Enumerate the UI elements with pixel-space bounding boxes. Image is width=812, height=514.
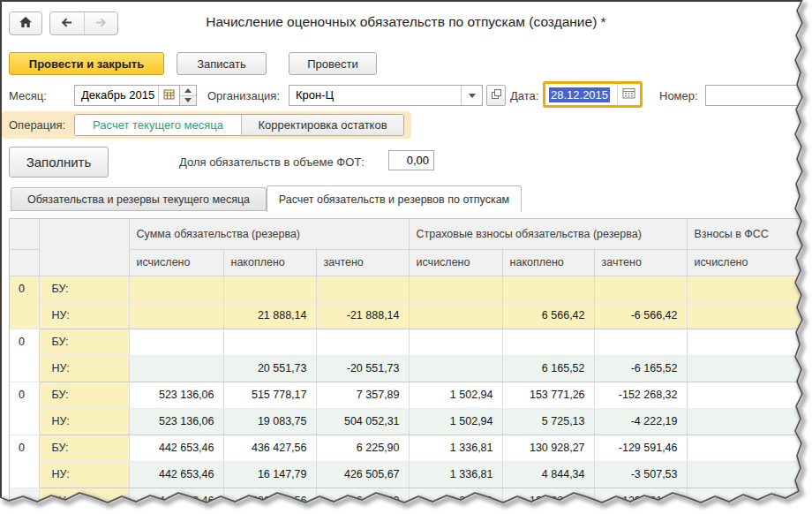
amount-cell[interactable]: 4 844,34 (502, 461, 594, 488)
row-key-cell[interactable]: 0 (10, 276, 39, 329)
share-of-fot-input[interactable]: 0,00 (388, 150, 434, 170)
column-subheader[interactable]: зачтено (316, 249, 409, 276)
amount-cell[interactable]: 436 427,56 (223, 488, 316, 514)
amount-cell[interactable] (687, 435, 812, 461)
amount-cell[interactable]: 1 502,94 (409, 408, 502, 435)
tab-current-month-liabilities[interactable]: Обязательства и резервы текущего месяца (11, 187, 267, 211)
amount-cell[interactable] (316, 276, 409, 302)
amount-cell[interactable] (687, 382, 812, 408)
column-subheader[interactable]: накоплено (223, 249, 316, 276)
amount-cell[interactable]: 1 336,81 (409, 435, 502, 461)
amount-cell[interactable]: 7 357,89 (316, 382, 409, 408)
amount-cell[interactable]: 523 136,06 (129, 382, 223, 408)
account-type-cell[interactable]: НУ: (39, 355, 129, 382)
account-type-cell[interactable]: БУ: (39, 382, 129, 408)
row-key-cell[interactable]: 0 (10, 435, 39, 488)
amount-cell[interactable] (409, 276, 502, 302)
amount-cell[interactable]: 21 888,14 (223, 302, 316, 329)
organization-dropdown-button[interactable] (461, 86, 482, 105)
amount-cell[interactable]: -3 507,53 (594, 461, 687, 488)
account-type-cell[interactable]: НУ: (39, 302, 129, 329)
month-spinner[interactable] (179, 86, 196, 105)
account-type-column-header[interactable] (39, 219, 129, 276)
column-subheader[interactable]: накоплено (502, 249, 594, 276)
organization-value[interactable]: Крон-Ц (289, 86, 461, 105)
amount-cell[interactable]: -152 268,32 (594, 382, 687, 408)
amount-cell[interactable] (594, 276, 687, 302)
amount-cell[interactable] (409, 329, 502, 355)
column-subheader[interactable]: исчислено (129, 249, 223, 276)
amount-cell[interactable]: 426 505,67 (316, 461, 409, 488)
amount-cell[interactable]: -129 591,46 (594, 488, 687, 514)
amount-cell[interactable] (687, 461, 812, 488)
column-group-header[interactable]: Взносы в ФСС (687, 219, 812, 249)
column-group-header[interactable]: Сумма обязательства (резерва) (129, 219, 409, 249)
amount-cell[interactable] (129, 329, 223, 355)
amount-cell[interactable]: 19 083,75 (223, 408, 316, 435)
date-picker-button[interactable] (617, 84, 640, 105)
table-row[interactable]: НУ:21 888,14-21 888,146 566,42-6 566,42 (10, 302, 812, 329)
amount-cell[interactable] (687, 355, 812, 382)
amount-cell[interactable]: 5 725,13 (502, 408, 594, 435)
operation-option-current-month[interactable]: Расчет текущего месяца (75, 115, 241, 135)
table-row[interactable]: 0БУ:442 653,46436 427,566 225,901 336,81… (10, 435, 812, 461)
column-group-header[interactable]: Страховые взносы обязательства (резерва) (409, 219, 687, 249)
amount-cell[interactable]: 6 225,90 (316, 488, 409, 514)
post-and-close-button[interactable]: Провести и закрыть (9, 52, 164, 75)
amount-cell[interactable] (409, 302, 502, 329)
amount-cell[interactable]: -20 551,73 (316, 355, 409, 382)
amount-cell[interactable]: 442 653,46 (129, 488, 223, 514)
spin-down-icon[interactable] (180, 96, 196, 106)
row-key-cell[interactable]: 0 (10, 329, 39, 382)
table-row[interactable]: НУ:523 136,0619 083,75504 052,311 502,94… (10, 408, 812, 435)
amount-cell[interactable]: -4 222,19 (594, 408, 687, 435)
amount-cell[interactable] (223, 276, 316, 302)
amount-cell[interactable] (687, 302, 812, 329)
amount-cell[interactable]: 16 147,79 (223, 461, 316, 488)
amount-cell[interactable] (687, 488, 812, 514)
amount-cell[interactable]: -6 165,52 (594, 355, 687, 382)
amount-cell[interactable]: 130 928,27 (502, 435, 594, 461)
table-row[interactable]: 0БУ:523 136,06515 778,177 357,891 502,94… (10, 382, 812, 408)
fill-button[interactable]: Заполнить (9, 147, 109, 178)
month-field[interactable]: Декабрь 2015 (74, 85, 197, 106)
calculation-grid[interactable]: Сумма обязательства (резерва)Страховые в… (9, 218, 812, 514)
amount-cell[interactable]: 436 427,56 (223, 435, 316, 461)
amount-cell[interactable] (502, 329, 594, 355)
amount-cell[interactable]: 6 225,90 (316, 435, 409, 461)
column-subheader[interactable]: зачтено (594, 249, 687, 276)
amount-cell[interactable] (129, 276, 223, 302)
column-subheader[interactable]: исчислено (409, 249, 502, 276)
spin-up-icon[interactable] (180, 86, 196, 96)
amount-cell[interactable]: 442 653,46 (129, 461, 223, 488)
home-button[interactable] (9, 11, 42, 35)
amount-cell[interactable]: 6 165,52 (502, 355, 594, 382)
amount-cell[interactable]: 153 771,26 (502, 382, 594, 408)
account-type-cell[interactable]: БУ: (39, 488, 129, 514)
month-value[interactable]: Декабрь 2015 (75, 86, 158, 105)
amount-cell[interactable]: 515 778,17 (223, 382, 316, 408)
amount-cell[interactable]: 6 566,42 (502, 302, 594, 329)
tab-vacation-liabilities-calculation[interactable]: Расчет обязательств и резервов по отпуск… (267, 185, 522, 212)
table-row[interactable]: 0БУ: (10, 329, 812, 355)
amount-cell[interactable]: -6 566,42 (594, 302, 687, 329)
table-row[interactable]: НУ:20 551,73-20 551,736 165,52-6 165,52 (10, 355, 812, 382)
amount-cell[interactable]: 1 502,94 (409, 382, 502, 408)
amount-cell[interactable] (594, 329, 687, 355)
write-button[interactable]: Записать (177, 52, 267, 75)
amount-cell[interactable]: 504 052,31 (316, 408, 409, 435)
amount-cell[interactable] (502, 276, 594, 302)
amount-cell[interactable] (316, 329, 409, 355)
organization-field[interactable]: Крон-Ц (289, 85, 483, 106)
amount-cell[interactable]: 523 136,06 (129, 408, 223, 435)
row-key-cell[interactable]: 0 (10, 488, 39, 514)
amount-cell[interactable] (129, 355, 223, 382)
amount-cell[interactable] (687, 408, 812, 435)
date-value-selected[interactable]: 28.12.2015 (549, 87, 610, 102)
date-field[interactable]: 28.12.2015 (545, 84, 640, 105)
amount-cell[interactable] (409, 355, 502, 382)
post-button[interactable]: Провести (289, 52, 377, 75)
number-field[interactable] (705, 85, 808, 106)
month-picker-button[interactable] (158, 86, 179, 105)
back-button[interactable] (50, 12, 85, 34)
